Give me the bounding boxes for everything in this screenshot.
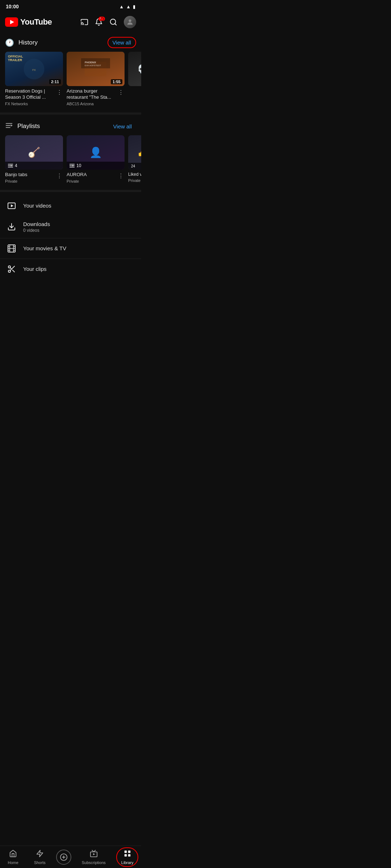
movies-icon (7, 243, 17, 254)
svg-marker-33 (93, 853, 95, 855)
svg-rect-34 (124, 850, 126, 852)
svg-marker-14 (11, 124, 13, 127)
history-view-all-button[interactable]: View all (108, 37, 136, 48)
history-video-title-1: Reservation Dogs | Season 3 Official ... (5, 88, 54, 101)
shorts-icon (36, 850, 44, 859)
svg-rect-35 (128, 850, 130, 852)
section-divider-2 (0, 190, 141, 192)
playlist-liked[interactable]: 👍 24 Liked videos Private (128, 135, 141, 183)
playlist-privacy-banjo: Private (5, 179, 27, 183)
playlists-title-area: Playlists (5, 122, 40, 131)
history-thumb-3-partial: 💀 (128, 52, 141, 86)
playlist-title-liked: Liked videos (128, 172, 141, 178)
youtube-wordmark: YouTube (20, 17, 52, 27)
history-video-more-1[interactable]: ⋮ (56, 88, 63, 97)
your-videos-label: Your videos (23, 203, 51, 209)
svg-text:PHOENIX: PHOENIX (85, 61, 96, 64)
menu-section: Your videos Downloads 0 videos (0, 193, 141, 281)
svg-marker-18 (11, 165, 12, 166)
liked-playlist-bar: 24 (128, 163, 141, 170)
playlist-title-aurora: AURORA (67, 172, 87, 178)
playlist-privacy-liked: Private (128, 178, 141, 183)
downloads-icon (7, 222, 17, 232)
notifications-button[interactable]: 9+ (95, 18, 103, 26)
history-video-more-2[interactable]: ⋮ (117, 88, 125, 97)
nav-create[interactable] (56, 850, 71, 865)
playlists-title: Playlists (17, 123, 40, 130)
your-videos-label-area: Your videos (23, 203, 51, 209)
playlist-banjo[interactable]: 🪕 4 Banjo tabs Private (5, 135, 63, 183)
nav-shorts[interactable]: Shorts (29, 847, 51, 867)
history-video-1[interactable]: OFFICIALTRAILER FX 2:11 Reservation Dogs… (5, 52, 63, 106)
aurora-count: 10 (76, 163, 81, 168)
history-title: History (18, 39, 38, 46)
svg-rect-37 (124, 854, 126, 856)
youtube-logo-icon (5, 17, 18, 27)
banjo-count: 4 (15, 163, 17, 168)
history-video-2[interactable]: PHOENIX EVA HOFSTEDT 1:55 Arizona burger… (67, 52, 125, 106)
playlist-title-banjo: Banjo tabs (5, 172, 27, 178)
status-icons: ▲ ▲ ▮ (119, 4, 135, 9)
history-video-channel-2: ABC15 Arizona (67, 102, 116, 106)
nav-home[interactable]: Home (3, 847, 24, 867)
nav-library[interactable]: Library (116, 847, 139, 867)
signal-icon: ▲ (126, 4, 131, 9)
subscriptions-label: Subscriptions (82, 860, 106, 865)
history-video-channel-1: FX Networks (5, 102, 54, 106)
cast-button[interactable] (80, 18, 88, 26)
playlist-info-banjo: Banjo tabs Private ⋮ (5, 172, 63, 183)
downloads-item[interactable]: Downloads 0 videos (0, 216, 141, 238)
liked-count: 24 (131, 164, 135, 168)
clips-label: Your clips (23, 266, 46, 272)
profile-avatar[interactable] (124, 16, 136, 28)
history-duration-2: 1:55 (111, 79, 122, 84)
bottom-nav: Home Shorts Subscriptions (0, 846, 141, 868)
playlist-thumb-aurora: 👤 10 (67, 135, 125, 170)
section-divider-1 (0, 112, 141, 115)
history-video-3-partial[interactable]: 💀 (128, 52, 141, 106)
banjo-playlist-bar: 4 (5, 162, 63, 170)
playlists-view-all-button[interactable]: View all (109, 121, 136, 132)
svg-marker-22 (72, 165, 74, 166)
downloads-sublabel: 0 videos (23, 228, 50, 233)
your-videos-item[interactable]: Your videos (0, 196, 141, 216)
playlist-info-aurora: AURORA Private ⋮ (67, 172, 125, 183)
reservation-label: OFFICIALTRAILER (8, 55, 23, 62)
your-videos-icon (7, 201, 17, 211)
playlist-more-aurora[interactable]: ⋮ (117, 172, 125, 180)
clips-item[interactable]: Your clips (0, 259, 141, 279)
history-video-title-2: Arizona burger restaurant "The Sta... (67, 88, 116, 101)
avatar-image (124, 16, 136, 28)
svg-point-4 (129, 20, 131, 22)
library-icon (123, 850, 131, 859)
playlists-section: Playlists View all 🪕 4 (0, 116, 141, 188)
svg-marker-24 (11, 204, 13, 207)
svg-text:EVA HOFSTEDT: EVA HOFSTEDT (85, 64, 101, 67)
status-time: 10:00 (6, 4, 19, 9)
shorts-label: Shorts (34, 860, 46, 865)
history-thumb-2: PHOENIX EVA HOFSTEDT 1:55 (67, 52, 125, 86)
battery-icon: ▮ (133, 4, 135, 9)
playlist-more-banjo[interactable]: ⋮ (56, 172, 63, 180)
playlists-list: 🪕 4 Banjo tabs Private (0, 135, 141, 188)
logo-area: YouTube (5, 17, 52, 27)
subscriptions-icon (90, 850, 98, 859)
playlist-aurora[interactable]: 👤 10 AURORA Private (67, 135, 125, 183)
status-bar: 10:00 ▲ ▲ ▮ (0, 0, 141, 13)
search-button[interactable] (109, 18, 117, 26)
history-thumb-1: OFFICIALTRAILER FX 2:11 (5, 52, 63, 86)
notification-badge: 9+ (98, 17, 105, 21)
movies-tv-label: Your movies & TV (23, 245, 66, 251)
movies-tv-item[interactable]: Your movies & TV (0, 238, 141, 259)
svg-rect-36 (128, 854, 130, 856)
home-icon (9, 850, 17, 859)
library-label: Library (121, 860, 134, 865)
clips-icon (7, 264, 17, 274)
downloads-label: Downloads (23, 221, 50, 227)
history-video-info-2: Arizona burger restaurant "The Sta... AB… (67, 88, 125, 106)
svg-text:FX: FX (32, 68, 36, 71)
playlist-thumb-liked: 👍 24 (128, 135, 141, 170)
nav-subscriptions[interactable]: Subscriptions (77, 847, 111, 867)
home-label: Home (8, 860, 18, 865)
history-title-area: 🕐 History (5, 38, 38, 47)
